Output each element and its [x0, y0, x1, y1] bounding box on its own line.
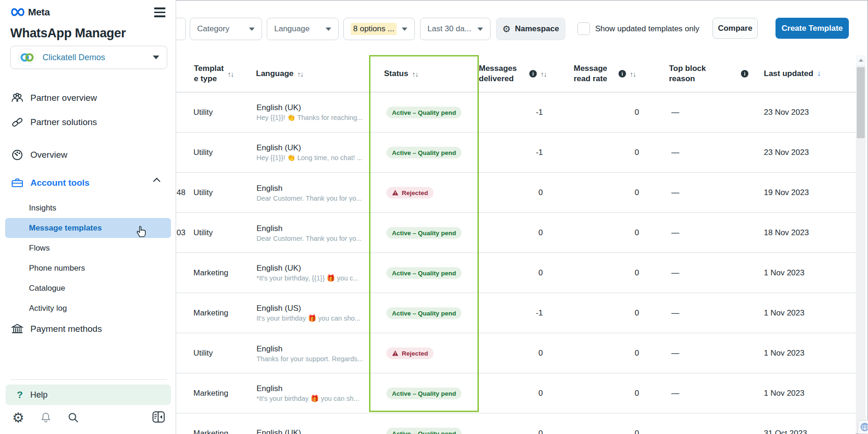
table-row[interactable]: Marketing English (UK) *It's your birthd… [176, 253, 856, 293]
message-read-rate-cell: 0 [591, 389, 639, 398]
sidebar-item-partner-overview[interactable]: Partner overview [10, 91, 164, 105]
info-icon[interactable] [529, 70, 537, 77]
template-preview-text: Hey {{1}}! 👏 Long time, no chat! ... [256, 154, 371, 162]
table-row[interactable]: Utility English (UK) Hey {{1}}! 👏 Long t… [176, 133, 856, 173]
language-cell: English (UK) *It's your birthday, {{1}} … [256, 264, 371, 282]
search-icon[interactable] [66, 411, 80, 425]
sidebar-item-payment-methods[interactable]: Payment methods [10, 322, 164, 336]
column-header-last-updated[interactable]: Last updated ↓ [764, 55, 821, 92]
sidebar-subitem-message-templates[interactable]: Message templates [5, 218, 171, 238]
template-name-fragment: 48 [177, 188, 186, 197]
sidebar-item-partner-solutions[interactable]: Partner solutions [10, 115, 164, 129]
chevron-up-icon[interactable] [153, 178, 161, 185]
column-header-status[interactable]: Status ↑↓ [384, 55, 418, 92]
top-block-reason-cell: — [671, 308, 679, 318]
template-type-cell: Utility [193, 349, 247, 358]
column-header-message-read-rate[interactable]: Message read rate ↑↓ [574, 55, 636, 92]
account-selector[interactable]: Clickatell Demos [10, 46, 167, 69]
language-cell: English (UK) Hey {{1}}! 👏 Thanks for rea… [256, 103, 371, 122]
collapse-sidebar-icon[interactable] [152, 411, 165, 425]
sort-icon[interactable]: ↑↓ [541, 70, 547, 78]
table-row[interactable]: Marketing English (UK) Active – Quality … [176, 413, 856, 434]
sidebar-subitem-insights[interactable]: Insights [5, 198, 171, 218]
table-body: Utility English (UK) Hey {{1}}! 👏 Thanks… [176, 92, 856, 434]
category-filter-dropdown[interactable]: Category [190, 18, 262, 40]
hamburger-menu-icon[interactable] [154, 7, 165, 20]
scroll-up-arrow[interactable] [856, 55, 866, 65]
language-filter-dropdown[interactable]: Language [267, 18, 339, 40]
help-button[interactable]: ? Help [6, 385, 171, 405]
status-badge: Active – Quality pend [386, 227, 462, 238]
message-read-rate-cell: 0 [591, 148, 639, 157]
sidebar-item-overview[interactable]: Overview [10, 148, 164, 162]
language-filter-label: Language [274, 24, 310, 34]
info-icon[interactable] [619, 70, 626, 77]
table-row[interactable]: 48 Utility English Dear Customer. Thank … [176, 173, 856, 213]
status-label: Active – Quality pend [392, 269, 456, 276]
show-updated-label: Show updated templates only [595, 18, 699, 40]
status-filter-dropdown[interactable]: 8 options ... [343, 18, 415, 40]
message-read-rate-cell: 0 [591, 429, 639, 434]
sidebar-actions: ⚙ [11, 411, 80, 425]
messages-delivered-cell: -1 [495, 108, 543, 117]
template-type-cell: Utility [193, 228, 247, 238]
vertical-scrollbar[interactable] [856, 55, 866, 434]
status-label: Active – Quality pend [392, 109, 456, 116]
info-icon[interactable] [741, 70, 748, 77]
template-type-cell: Utility [193, 108, 247, 117]
sort-desc-icon[interactable]: ↓ [817, 69, 821, 78]
top-block-reason-cell: — [671, 228, 679, 238]
sort-icon[interactable]: ↑↓ [412, 70, 418, 78]
template-preview-text: *It's your birthday, {{1}} 🎁 you c... [256, 274, 371, 282]
settings-gear-icon[interactable]: ⚙ [11, 411, 25, 425]
table-row[interactable]: Utility English (UK) Hey {{1}}! 👏 Thanks… [176, 92, 856, 133]
warning-icon [392, 189, 398, 196]
people-icon [10, 92, 24, 104]
template-type-cell: Marketing [193, 308, 247, 318]
sidebar-item-account-tools[interactable]: Account tools [10, 176, 164, 190]
sidebar-subitem-catalogue[interactable]: Catalogue [5, 278, 171, 298]
messages-delivered-cell: -1 [495, 308, 543, 318]
template-type-cell: Marketing [193, 429, 247, 434]
date-range-filter-label: Last 30 da... [427, 24, 471, 34]
table-row[interactable]: Marketing English *It's your birthday 🎁 … [176, 373, 856, 413]
language-name: English (US) [256, 304, 371, 313]
scrollbar-thumb[interactable] [857, 67, 865, 138]
language-cell: English (US) It's your birthday 🎁 you ca… [256, 304, 371, 322]
status-label: Active – Quality pend [392, 430, 456, 434]
compare-button[interactable]: Compare [712, 18, 758, 39]
chevron-down-icon [402, 28, 407, 31]
column-header-messages-delivered[interactable]: Messages delivered ↑↓ [479, 55, 547, 92]
language-name: English [256, 384, 371, 393]
sidebar-subitem-activity-log[interactable]: Activity log [5, 298, 171, 318]
chevron-down-icon [249, 28, 255, 31]
sidebar: Meta WhatsApp Manager Clickatell Demos P… [0, 0, 176, 434]
browser-zone-widget [858, 420, 868, 434]
date-range-filter-dropdown[interactable]: Last 30 da... [420, 18, 491, 40]
show-updated-checkbox[interactable] [577, 22, 590, 35]
table-row[interactable]: 03 Utility English Dear Customer. Thank … [176, 213, 856, 253]
sort-icon[interactable]: ↑↓ [297, 70, 303, 78]
column-header-template-type[interactable]: Template type ↑↓ [194, 55, 234, 92]
sidebar-subitem-phone-numbers[interactable]: Phone numbers [5, 258, 171, 278]
status-badge: Active – Quality pend [386, 387, 462, 399]
messages-delivered-cell: 0 [495, 349, 543, 358]
last-updated-cell: 23 Nov 2023 [764, 148, 809, 157]
column-header-top-block-reason[interactable]: Top block reason [669, 55, 748, 92]
namespace-button[interactable]: ⚙ Namespace [496, 18, 565, 40]
notifications-bell-icon[interactable] [39, 411, 53, 425]
last-updated-cell: 1 Nov 2023 [764, 308, 804, 318]
sidebar-subitem-flows[interactable]: Flows [5, 238, 171, 258]
message-read-rate-cell: 0 [591, 108, 639, 117]
create-template-button[interactable]: Create Template [776, 18, 849, 39]
sort-icon[interactable]: ↑↓ [630, 70, 636, 78]
language-name: English (UK) [256, 264, 371, 273]
template-type-cell: Marketing [193, 389, 247, 398]
top-block-reason-cell: — [671, 349, 679, 358]
table-row[interactable]: Marketing English (US) It's your birthda… [176, 293, 856, 333]
column-header-language[interactable]: Language ↑↓ [256, 55, 303, 92]
sort-icon[interactable]: ↑↓ [228, 70, 234, 78]
table-row[interactable]: Utility English Thanks for your support.… [176, 333, 856, 373]
main-content: Category Language 8 options ... Last 30 … [176, 0, 868, 434]
status-badge: Active – Quality pend [386, 267, 462, 279]
